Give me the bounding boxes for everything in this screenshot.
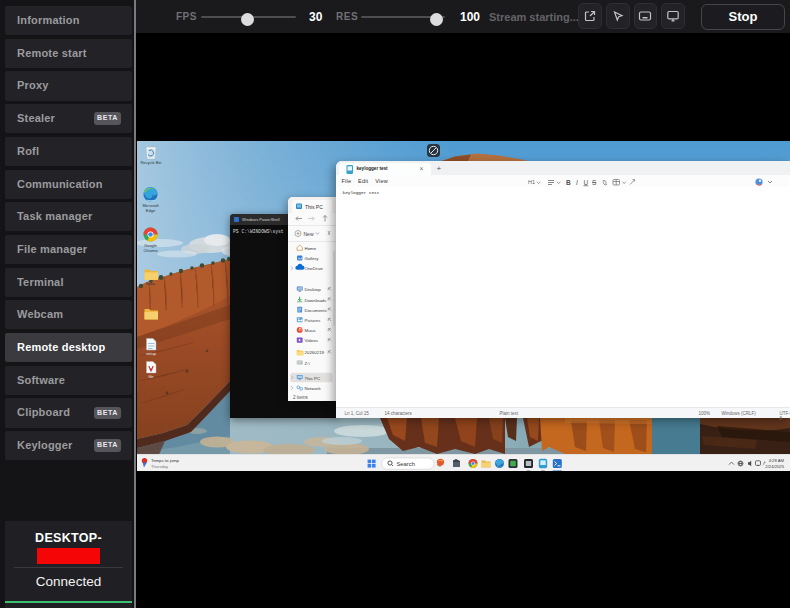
svg-text:I: I (576, 179, 578, 186)
svg-text:OneDrive: OneDrive (304, 266, 323, 271)
svg-text:Thursday: Thursday (151, 463, 169, 468)
svg-text:4:28 AM: 4:28 AM (769, 458, 785, 463)
svg-text:Pictures: Pictures (304, 317, 321, 322)
svg-text:20260219: 20260219 (304, 350, 324, 355)
svg-text:H1: H1 (528, 179, 535, 185)
svg-text:setup: setup (146, 351, 157, 356)
svg-text:Videos: Videos (304, 338, 318, 343)
svg-text:Edge: Edge (146, 208, 156, 213)
svg-text:New: New (303, 230, 313, 236)
svg-text:Gallery: Gallery (304, 256, 319, 261)
svg-text:Music: Music (304, 328, 316, 333)
svg-text:Temps to jump: Temps to jump (151, 458, 180, 463)
svg-text:Recycle Bin: Recycle Bin (140, 160, 161, 165)
svg-text:Desktop: Desktop (304, 287, 321, 292)
svg-text:2 items: 2 items (293, 394, 309, 399)
svg-text:Search: Search (397, 460, 415, 466)
svg-text:S: S (592, 179, 597, 186)
svg-text:Chrome: Chrome (143, 248, 158, 253)
svg-text:B: B (566, 179, 571, 186)
svg-text:This PC: This PC (304, 375, 320, 380)
svg-text:Home: Home (304, 245, 316, 250)
svg-text:2/24/2025: 2/24/2025 (765, 463, 784, 468)
svg-text:U: U (583, 179, 588, 186)
svg-text:Network: Network (304, 386, 321, 391)
svg-text:file: file (148, 374, 154, 379)
svg-text:Downloads: Downloads (304, 297, 327, 302)
svg-text:Z:\: Z:\ (304, 360, 310, 365)
svg-text:Documents: Documents (304, 307, 327, 312)
svg-text:kuka: kuka (146, 281, 155, 286)
svg-text:This PC: This PC (305, 203, 323, 209)
